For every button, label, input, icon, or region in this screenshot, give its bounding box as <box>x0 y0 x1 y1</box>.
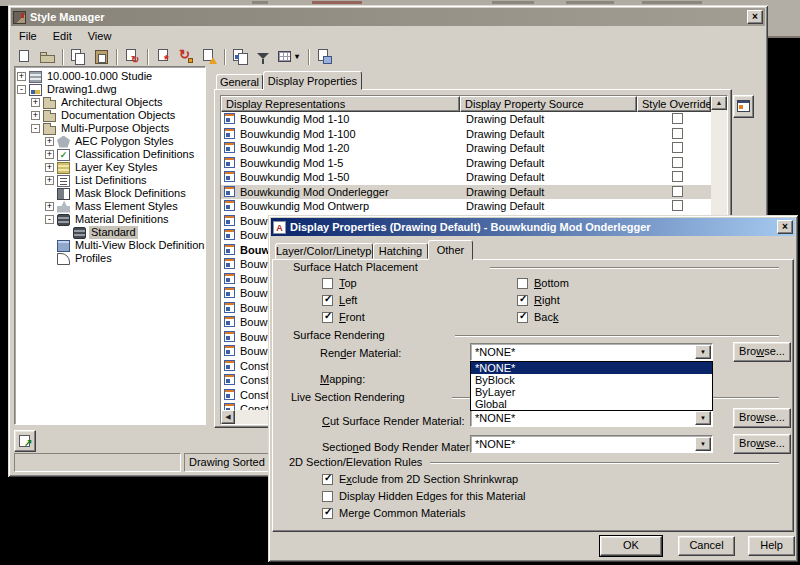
tab-hatching[interactable]: Hatching <box>373 243 428 259</box>
cut-surface-browse-button[interactable]: Browse... <box>733 408 791 428</box>
column-header-display-representations[interactable]: Display Representations <box>221 96 460 112</box>
expand-icon[interactable] <box>45 137 54 146</box>
render-material-combobox[interactable]: *NONE* <box>470 343 713 361</box>
chevron-down-icon[interactable] <box>695 437 711 451</box>
tree-item-mass-element-styles[interactable]: Mass Element Styles <box>15 200 205 213</box>
column-header-display-property-source[interactable]: Display Property Source <box>460 96 637 112</box>
checkbox-row-right[interactable]: Right <box>517 294 560 306</box>
cut-surface-render-material-combobox[interactable]: *NONE* <box>470 409 713 427</box>
help-button[interactable]: Help <box>748 536 795 556</box>
expand-icon[interactable] <box>17 72 26 81</box>
table-row[interactable]: Bouwkundig Mod 1-20Drawing Default <box>221 141 711 156</box>
new-style-button[interactable]: * <box>152 46 175 68</box>
scroll-up-icon[interactable] <box>711 96 727 110</box>
chevron-down-icon[interactable] <box>695 345 711 359</box>
tab-other[interactable]: Other <box>428 240 473 260</box>
menu-view[interactable]: View <box>80 29 120 43</box>
dropdown-option-byblock[interactable]: ByBlock <box>471 374 712 386</box>
table-row[interactable]: Bouwkundig Mod 1-100Drawing Default <box>221 127 711 142</box>
tree-item-drawing1[interactable]: Drawing1.dwg <box>15 83 205 96</box>
tree-item-list-definitions[interactable]: List Definitions <box>15 174 205 187</box>
dropdown-option-none[interactable]: *NONE* <box>471 362 712 374</box>
style-override-checkbox[interactable] <box>672 171 683 182</box>
paste-button[interactable] <box>90 46 113 68</box>
scroll-left-icon[interactable] <box>221 410 235 424</box>
table-row[interactable]: Bouwkundig Mod 1-5Drawing Default <box>221 156 711 171</box>
expand-icon[interactable] <box>31 111 40 120</box>
tree-item-mask-block-definitions[interactable]: Mask Block Definitions <box>15 187 205 200</box>
checkbox-row-bottom[interactable]: Bottom <box>517 277 569 289</box>
close-icon[interactable]: × <box>747 10 763 24</box>
tree-item-documentation-objects[interactable]: Documentation Objects <box>15 109 205 122</box>
checkbox-row-top[interactable]: Top <box>322 277 357 289</box>
expand-icon[interactable] <box>45 202 54 211</box>
menu-edit[interactable]: Edit <box>45 29 80 43</box>
checkbox-row-back[interactable]: Back <box>517 311 558 323</box>
collapse-icon[interactable] <box>45 215 54 224</box>
tab-general[interactable]: General <box>216 74 263 90</box>
expand-icon[interactable] <box>45 150 54 159</box>
tree-item-multi-purpose-objects[interactable]: Multi-Purpose Objects <box>15 122 205 135</box>
purge-styles-button[interactable] <box>198 46 221 68</box>
dropdown-option-bylayer[interactable]: ByLayer <box>471 386 712 398</box>
tree-item-layer-key-styles[interactable]: Layer Key Styles <box>15 161 205 174</box>
column-header-style-override[interactable]: Style Override <box>637 96 711 112</box>
style-override-checkbox[interactable] <box>672 186 683 197</box>
tab-display-properties[interactable]: Display Properties <box>263 71 362 90</box>
set-from-button[interactable]: ↻ <box>175 46 198 68</box>
open-drawing-button[interactable] <box>36 46 59 68</box>
chevron-down-icon[interactable] <box>695 411 711 425</box>
sectioned-body-browse-button[interactable]: Browse... <box>733 434 791 454</box>
inline-edit-button[interactable] <box>313 46 336 68</box>
views-list-button[interactable]: ▾ <box>275 46 305 68</box>
tree-item-multi-view-block-definitions[interactable]: Multi-View Block Definitions <box>15 239 205 252</box>
table-row[interactable]: Bouwkundig Mod 1-50Drawing Default <box>221 170 711 185</box>
cancel-button[interactable]: Cancel <box>678 536 735 556</box>
checkbox-row-merge-common-materials[interactable]: Merge Common Materials <box>322 507 466 519</box>
dropdown-option-global[interactable]: Global <box>471 398 712 410</box>
back-checkbox[interactable] <box>517 312 528 323</box>
tree-item-architectural-objects[interactable]: Architectural Objects <box>15 96 205 109</box>
close-icon[interactable]: × <box>777 220 793 234</box>
toggle-overrides-button[interactable]: ↗ <box>14 430 36 452</box>
left-checkbox[interactable] <box>322 295 333 306</box>
checkbox-row-display-hidden-edges[interactable]: Display Hidden Edges for this Material <box>322 490 525 502</box>
toggle-view-button[interactable] <box>229 46 252 68</box>
tree-item-standard[interactable]: Standard <box>15 226 205 239</box>
new-drawing-button[interactable] <box>13 46 36 68</box>
style-override-checkbox[interactable] <box>672 142 683 153</box>
tree-item-studie[interactable]: 10.000-10.000 Studie <box>15 70 205 83</box>
tree-item-aec-polygon-styles[interactable]: AEC Polygon Styles <box>15 135 205 148</box>
style-override-checkbox[interactable] <box>672 157 683 168</box>
expand-icon[interactable] <box>45 163 54 172</box>
checkbox-row-left[interactable]: Left <box>322 294 357 306</box>
filter-style-type-button[interactable] <box>252 46 275 68</box>
right-checkbox[interactable] <box>517 295 528 306</box>
table-row-selected[interactable]: Bouwkundig Mod OnderleggerDrawing Defaul… <box>221 185 711 200</box>
expand-icon[interactable] <box>45 176 54 185</box>
expand-icon[interactable] <box>31 98 40 107</box>
merge-common-materials-checkbox[interactable] <box>322 508 333 519</box>
exclude-shrinkwrap-checkbox[interactable] <box>322 474 333 485</box>
table-row[interactable]: Bouwkundig Mod 1-10Drawing Default <box>221 112 711 127</box>
edit-display-properties-button[interactable] <box>733 95 754 118</box>
style-override-checkbox[interactable] <box>672 128 683 139</box>
front-checkbox[interactable] <box>322 312 333 323</box>
sectioned-body-render-material-combobox[interactable]: *NONE* <box>470 435 713 453</box>
checkbox-row-exclude-shrinkwrap[interactable]: Exclude from 2D Section Shrinkwrap <box>322 473 518 485</box>
style-override-checkbox[interactable] <box>672 113 683 124</box>
edit-style-button[interactable]: ↻ <box>121 46 144 68</box>
bottom-checkbox[interactable] <box>517 278 528 289</box>
collapse-icon[interactable] <box>31 124 40 133</box>
collapse-icon[interactable] <box>17 85 26 94</box>
tab-layer-color-linetype[interactable]: Layer/Color/Linetype <box>275 243 373 259</box>
tree-item-material-definitions[interactable]: Material Definitions <box>15 213 205 226</box>
display-hidden-edges-checkbox[interactable] <box>322 491 333 502</box>
tree-item-classification-definitions[interactable]: Classification Definitions <box>15 148 205 161</box>
render-material-browse-button[interactable]: Browse... <box>733 342 791 362</box>
style-override-checkbox[interactable] <box>672 200 683 211</box>
top-checkbox[interactable] <box>322 278 333 289</box>
ok-button[interactable]: OK <box>600 536 662 556</box>
menu-file[interactable]: File <box>11 29 45 43</box>
tree-item-profiles[interactable]: Profiles <box>15 252 205 265</box>
